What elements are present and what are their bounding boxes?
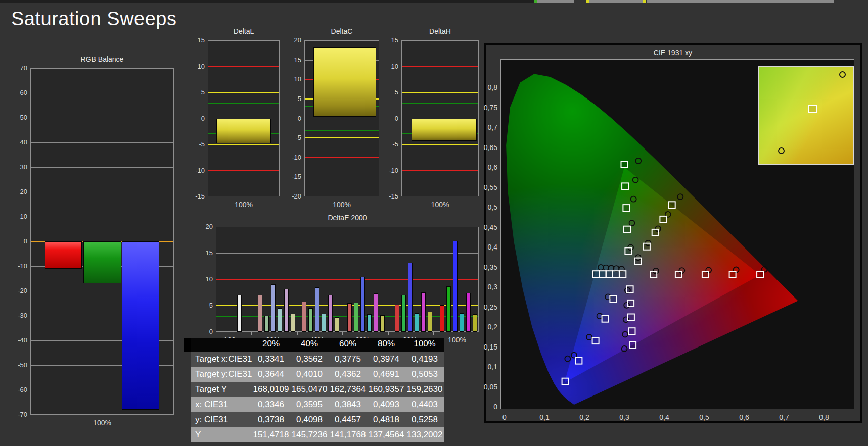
target-point-magenta	[627, 286, 633, 292]
ytick-label: -10	[7, 262, 27, 270]
target-point-blue	[575, 358, 582, 364]
ytick-label: 0	[198, 328, 213, 336]
target-point-cyan	[606, 271, 613, 277]
deltaE-bar-20%-4	[284, 289, 289, 332]
ytick-label: 0	[383, 115, 398, 123]
ytick-label: -70	[7, 411, 27, 419]
table-col-header: 60%	[329, 337, 367, 351]
chart-title-deltaH: DeltaH	[395, 27, 486, 35]
ytick-label: -40	[7, 336, 27, 344]
table-cell-value: 162,7364	[329, 382, 367, 397]
target-point-red	[675, 271, 682, 278]
cie-xtick-label: 0,4	[654, 413, 674, 421]
deltaE-bar-80%-1	[401, 295, 406, 332]
table-cell-value: 0,3974	[367, 352, 405, 367]
table-cell-value: 0,5258	[405, 412, 444, 427]
page-title: Saturation Sweeps	[11, 8, 176, 30]
cie-ytick-label: 0,25	[477, 303, 497, 311]
table-cell-value: 0,3738	[252, 412, 290, 427]
top-strip-segment	[0, 0, 534, 3]
ytick-label: -15	[383, 192, 398, 201]
xaxis-tick	[342, 332, 343, 335]
target-point-cyan	[613, 271, 619, 277]
deltaE-bar-80%-4	[421, 292, 426, 332]
cie-xtick-label: 0,7	[774, 413, 794, 421]
top-strip-segment	[589, 0, 643, 3]
target-point-red	[729, 271, 736, 278]
table-cell-value: 160,9357	[367, 382, 405, 397]
deltaE-bar-100%-4	[466, 293, 471, 332]
table-row-label: Target x:CIE31	[195, 352, 252, 367]
table-cell-value: 0,5053	[405, 367, 444, 382]
gridline	[305, 177, 379, 177]
ref-line-green	[402, 103, 478, 104]
table-cell-value: 165,0470	[290, 382, 329, 397]
table-corner-cell	[184, 338, 191, 352]
ref-line-green	[305, 130, 379, 131]
ytick-label: -30	[7, 312, 27, 320]
cie-ytick-label: 0,6	[477, 163, 497, 171]
xlabel-deltaL: 100%	[223, 201, 264, 209]
deltaE-bar-100%-2	[453, 241, 458, 332]
deltaE-group-label: 100%	[442, 336, 472, 344]
cie-xtick-label: 0,2	[574, 413, 595, 421]
deltaE-bar-20%-0	[258, 295, 262, 332]
cie-xtick-label: 0	[494, 413, 515, 421]
ytick-label: 10	[286, 75, 301, 83]
deltaE-bar-20%-3	[278, 308, 282, 332]
target-point-red	[702, 271, 709, 278]
ref-line-red	[402, 66, 478, 67]
table-cell-value: 0,4193	[405, 352, 444, 367]
ytick-label: 70	[7, 64, 27, 72]
table-cell-value: 0,4457	[329, 412, 367, 427]
gridline-zero	[305, 119, 379, 119]
ytick-label: -5	[286, 134, 301, 142]
cie-ytick-label: 0	[477, 403, 497, 411]
cie-xtick-label: 0,1	[534, 413, 555, 421]
deltaE-bar-100%-0	[440, 305, 444, 332]
target-point-green	[623, 205, 629, 211]
ytick-label: 0	[190, 115, 205, 123]
target-point-blue	[602, 316, 609, 322]
deltaE-bar-20%-1	[264, 316, 269, 332]
target-point-blue	[562, 378, 569, 385]
cie-ytick-label: 0,4	[477, 243, 497, 251]
inset-measured-circle	[839, 71, 846, 78]
table-col-header: 20%	[252, 337, 290, 351]
deltaE-bar-80%-0	[395, 305, 399, 332]
deltaE-bar-100%-5	[473, 314, 477, 332]
gridline	[216, 253, 478, 254]
ref-line-green	[208, 103, 279, 104]
ytick-label: -15	[190, 192, 205, 201]
cie-xtick-label: 0,8	[814, 413, 834, 421]
top-strip-segment	[647, 0, 834, 3]
chart-title-deltaL: DeltaL	[198, 27, 289, 35]
deltaE-bar-40%-4	[328, 295, 333, 332]
ytick-label: -50	[7, 361, 27, 369]
ytick-label: 10	[198, 275, 213, 283]
xaxis-tick	[297, 332, 298, 335]
ref-line-yellow	[208, 92, 279, 93]
ytick-label: -10	[383, 167, 398, 175]
gridline	[31, 167, 173, 168]
cie-xtick-label: 0,3	[614, 413, 634, 421]
ytick-label: 10	[7, 213, 27, 221]
gridline	[31, 217, 173, 217]
ytick-label: -20	[286, 192, 301, 201]
table-cell-value: 133,2002	[405, 427, 444, 442]
deltaE-bar-100%-3	[460, 313, 464, 332]
ytick-label: -10	[190, 167, 205, 175]
table-cell-value: 0,3346	[252, 397, 290, 412]
cie-ytick-label: 0,55	[477, 183, 497, 191]
target-point-green	[625, 247, 631, 254]
ytick-label: 15	[286, 56, 301, 64]
bar-deltaC-value	[313, 47, 376, 117]
cie-ytick-label: 0,65	[477, 143, 497, 152]
saturation-sweeps-page: Saturation Sweeps RGB Balance70605040302…	[0, 0, 868, 446]
deltaE-bar-100%-1	[446, 286, 451, 332]
top-strip-segment	[586, 0, 589, 3]
cie-inset-zoom	[758, 66, 854, 165]
target-point-magenta	[628, 314, 634, 321]
table-cell-value: 0,3843	[329, 397, 367, 412]
table-row-label: Target y:CIE31	[195, 367, 252, 382]
